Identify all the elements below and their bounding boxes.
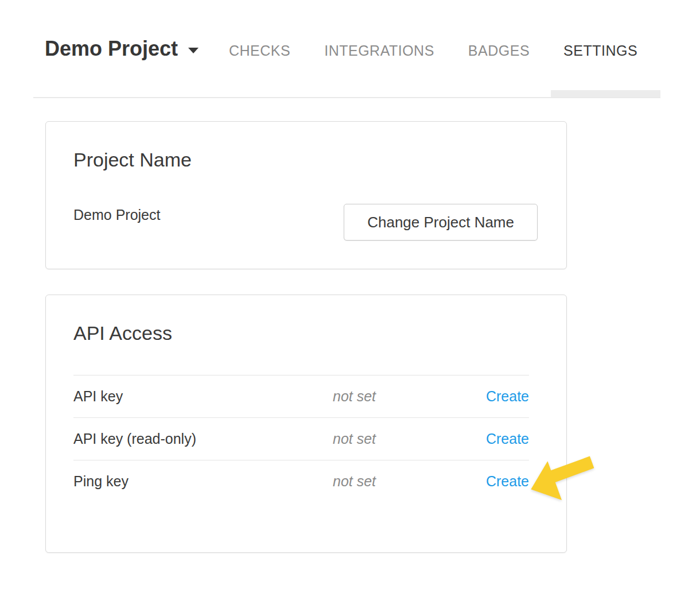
project-selector-label: Demo Project [45, 37, 178, 61]
api-key-create-link[interactable]: Create [486, 388, 529, 405]
project-name-card: Project Name Demo Project Change Project… [45, 121, 567, 269]
ping-key-create-link[interactable]: Create [486, 473, 529, 490]
tab-integrations[interactable]: INTEGRATIONS [324, 42, 434, 59]
api-access-table: API key not set Create API key (read-onl… [73, 375, 529, 502]
chevron-down-icon [188, 48, 199, 53]
table-row-api-key: API key not set Create [73, 375, 529, 417]
api-key-label: API key [73, 388, 333, 405]
project-selector[interactable]: Demo Project [45, 37, 199, 61]
top-nav: CHECKS INTEGRATIONS BADGES SETTINGS [229, 42, 637, 59]
api-key-readonly-create-link[interactable]: Create [486, 431, 529, 447]
ping-key-value: not set [333, 473, 481, 490]
api-key-value: not set [333, 388, 481, 405]
api-key-readonly-label: API key (read-only) [73, 431, 333, 447]
change-project-name-button[interactable]: Change Project Name [344, 204, 538, 241]
table-row-ping-key: Ping key not set Create [73, 460, 529, 502]
tab-badges[interactable]: BADGES [468, 42, 530, 59]
api-access-card-title: API Access [73, 322, 172, 344]
api-access-card: API Access API key not set Create API ke… [45, 295, 567, 553]
header-divider [33, 97, 660, 98]
project-name-card-title: Project Name [73, 149, 192, 171]
ping-key-label: Ping key [73, 473, 333, 490]
tab-settings[interactable]: SETTINGS [563, 42, 637, 59]
table-row-api-key-readonly: API key (read-only) not set Create [73, 417, 529, 460]
api-key-readonly-value: not set [333, 431, 481, 447]
current-project-name: Demo Project [73, 207, 160, 223]
tab-checks[interactable]: CHECKS [229, 42, 290, 59]
